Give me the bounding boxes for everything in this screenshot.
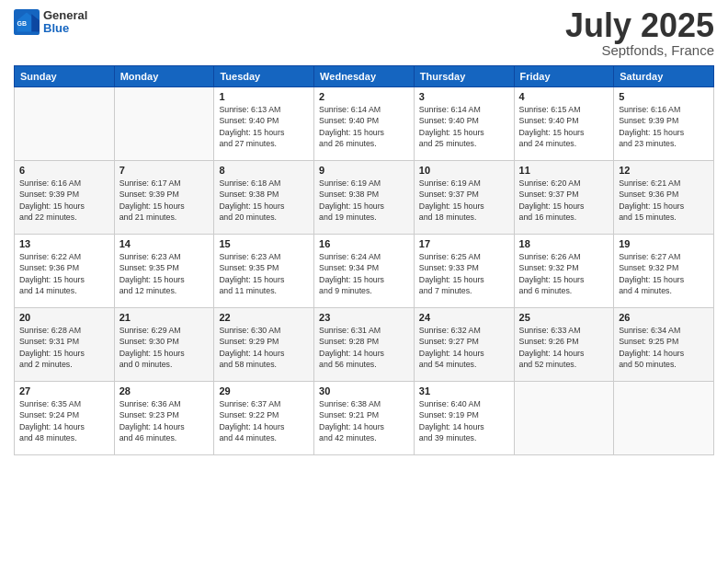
col-sunday: Sunday xyxy=(15,66,115,87)
title-block: July 2025 Septfonds, France xyxy=(565,9,714,58)
table-row: 23Sunrise: 6:31 AM Sunset: 9:28 PM Dayli… xyxy=(314,308,415,382)
day-number: 13 xyxy=(19,238,109,249)
day-info: Sunrise: 6:21 AM Sunset: 9:36 PM Dayligh… xyxy=(619,178,709,223)
table-row: 15Sunrise: 6:23 AM Sunset: 9:35 PM Dayli… xyxy=(214,235,314,308)
day-number: 10 xyxy=(419,165,509,176)
day-info: Sunrise: 6:28 AM Sunset: 9:31 PM Dayligh… xyxy=(19,325,109,370)
day-number: 29 xyxy=(219,385,309,396)
table-row: 7Sunrise: 6:17 AM Sunset: 9:39 PM Daylig… xyxy=(114,161,214,235)
calendar-week-row: 27Sunrise: 6:35 AM Sunset: 9:24 PM Dayli… xyxy=(15,382,714,455)
day-info: Sunrise: 6:34 AM Sunset: 9:25 PM Dayligh… xyxy=(619,325,709,370)
day-info: Sunrise: 6:14 AM Sunset: 9:40 PM Dayligh… xyxy=(419,104,509,149)
day-number: 24 xyxy=(419,312,509,323)
calendar-week-row: 20Sunrise: 6:28 AM Sunset: 9:31 PM Dayli… xyxy=(15,308,714,382)
table-row: 10Sunrise: 6:19 AM Sunset: 9:37 PM Dayli… xyxy=(414,161,514,235)
day-number: 26 xyxy=(619,312,709,323)
logo-blue: Blue xyxy=(43,22,87,35)
day-info: Sunrise: 6:14 AM Sunset: 9:40 PM Dayligh… xyxy=(319,104,409,149)
day-info: Sunrise: 6:19 AM Sunset: 9:38 PM Dayligh… xyxy=(319,178,409,223)
page-header: GB General Blue July 2025 Septfonds, Fra… xyxy=(14,9,714,58)
day-info: Sunrise: 6:25 AM Sunset: 9:33 PM Dayligh… xyxy=(419,251,509,296)
table-row: 20Sunrise: 6:28 AM Sunset: 9:31 PM Dayli… xyxy=(15,308,115,382)
day-info: Sunrise: 6:29 AM Sunset: 9:30 PM Dayligh… xyxy=(119,325,210,370)
day-number: 4 xyxy=(519,91,609,102)
day-number: 18 xyxy=(519,238,609,249)
day-number: 20 xyxy=(19,312,109,323)
col-friday: Friday xyxy=(514,66,614,87)
table-row: 13Sunrise: 6:22 AM Sunset: 9:36 PM Dayli… xyxy=(15,235,115,308)
logo-text: General Blue xyxy=(43,9,87,36)
day-info: Sunrise: 6:15 AM Sunset: 9:40 PM Dayligh… xyxy=(519,104,609,149)
table-row: 8Sunrise: 6:18 AM Sunset: 9:38 PM Daylig… xyxy=(214,161,314,235)
table-row: 2Sunrise: 6:14 AM Sunset: 9:40 PM Daylig… xyxy=(314,87,415,161)
logo: GB General Blue xyxy=(14,9,87,36)
table-row: 1Sunrise: 6:13 AM Sunset: 9:40 PM Daylig… xyxy=(214,87,314,161)
day-number: 27 xyxy=(19,385,109,396)
day-number: 5 xyxy=(619,91,709,102)
table-row: 9Sunrise: 6:19 AM Sunset: 9:38 PM Daylig… xyxy=(314,161,415,235)
col-saturday: Saturday xyxy=(614,66,714,87)
day-number: 19 xyxy=(619,238,709,249)
day-info: Sunrise: 6:30 AM Sunset: 9:29 PM Dayligh… xyxy=(219,325,309,370)
day-info: Sunrise: 6:35 AM Sunset: 9:24 PM Dayligh… xyxy=(19,398,109,443)
day-number: 31 xyxy=(419,385,509,396)
calendar-header-row: Sunday Monday Tuesday Wednesday Thursday… xyxy=(15,66,714,87)
calendar-location: Septfonds, France xyxy=(565,42,714,58)
table-row: 21Sunrise: 6:29 AM Sunset: 9:30 PM Dayli… xyxy=(114,308,214,382)
table-row: 25Sunrise: 6:33 AM Sunset: 9:26 PM Dayli… xyxy=(514,308,614,382)
table-row xyxy=(514,382,614,455)
day-info: Sunrise: 6:36 AM Sunset: 9:23 PM Dayligh… xyxy=(119,398,210,443)
day-info: Sunrise: 6:20 AM Sunset: 9:37 PM Dayligh… xyxy=(519,178,609,223)
table-row: 14Sunrise: 6:23 AM Sunset: 9:35 PM Dayli… xyxy=(114,235,214,308)
day-number: 22 xyxy=(219,312,309,323)
calendar-title: July 2025 xyxy=(565,9,714,42)
table-row: 30Sunrise: 6:38 AM Sunset: 9:21 PM Dayli… xyxy=(314,382,415,455)
table-row: 29Sunrise: 6:37 AM Sunset: 9:22 PM Dayli… xyxy=(214,382,314,455)
day-info: Sunrise: 6:37 AM Sunset: 9:22 PM Dayligh… xyxy=(219,398,309,443)
table-row: 4Sunrise: 6:15 AM Sunset: 9:40 PM Daylig… xyxy=(514,87,614,161)
day-number: 15 xyxy=(219,238,309,249)
table-row: 11Sunrise: 6:20 AM Sunset: 9:37 PM Dayli… xyxy=(514,161,614,235)
day-info: Sunrise: 6:19 AM Sunset: 9:37 PM Dayligh… xyxy=(419,178,509,223)
day-info: Sunrise: 6:40 AM Sunset: 9:19 PM Dayligh… xyxy=(419,398,509,443)
day-info: Sunrise: 6:38 AM Sunset: 9:21 PM Dayligh… xyxy=(319,398,409,443)
col-wednesday: Wednesday xyxy=(314,66,415,87)
table-row: 16Sunrise: 6:24 AM Sunset: 9:34 PM Dayli… xyxy=(314,235,415,308)
calendar-week-row: 1Sunrise: 6:13 AM Sunset: 9:40 PM Daylig… xyxy=(15,87,714,161)
day-number: 25 xyxy=(519,312,609,323)
calendar-page: GB General Blue July 2025 Septfonds, Fra… xyxy=(0,0,728,563)
table-row: 31Sunrise: 6:40 AM Sunset: 9:19 PM Dayli… xyxy=(414,382,514,455)
day-info: Sunrise: 6:22 AM Sunset: 9:36 PM Dayligh… xyxy=(19,251,109,296)
day-number: 1 xyxy=(219,91,309,102)
table-row: 24Sunrise: 6:32 AM Sunset: 9:27 PM Dayli… xyxy=(414,308,514,382)
table-row xyxy=(614,382,714,455)
day-info: Sunrise: 6:26 AM Sunset: 9:32 PM Dayligh… xyxy=(519,251,609,296)
day-number: 23 xyxy=(319,312,409,323)
logo-icon: GB xyxy=(14,9,40,35)
day-number: 8 xyxy=(219,165,309,176)
logo-general: General xyxy=(43,9,87,22)
day-number: 17 xyxy=(419,238,509,249)
day-info: Sunrise: 6:32 AM Sunset: 9:27 PM Dayligh… xyxy=(419,325,509,370)
day-info: Sunrise: 6:18 AM Sunset: 9:38 PM Dayligh… xyxy=(219,178,309,223)
day-number: 11 xyxy=(519,165,609,176)
day-number: 28 xyxy=(119,385,210,396)
calendar-table: Sunday Monday Tuesday Wednesday Thursday… xyxy=(14,65,714,455)
day-info: Sunrise: 6:33 AM Sunset: 9:26 PM Dayligh… xyxy=(519,325,609,370)
day-number: 21 xyxy=(119,312,210,323)
table-row: 28Sunrise: 6:36 AM Sunset: 9:23 PM Dayli… xyxy=(114,382,214,455)
col-thursday: Thursday xyxy=(414,66,514,87)
day-number: 14 xyxy=(119,238,210,249)
calendar-week-row: 13Sunrise: 6:22 AM Sunset: 9:36 PM Dayli… xyxy=(15,235,714,308)
table-row: 6Sunrise: 6:16 AM Sunset: 9:39 PM Daylig… xyxy=(15,161,115,235)
day-number: 12 xyxy=(619,165,709,176)
table-row: 18Sunrise: 6:26 AM Sunset: 9:32 PM Dayli… xyxy=(514,235,614,308)
day-info: Sunrise: 6:23 AM Sunset: 9:35 PM Dayligh… xyxy=(119,251,210,296)
svg-text:GB: GB xyxy=(17,20,28,27)
day-info: Sunrise: 6:31 AM Sunset: 9:28 PM Dayligh… xyxy=(319,325,409,370)
calendar-week-row: 6Sunrise: 6:16 AM Sunset: 9:39 PM Daylig… xyxy=(15,161,714,235)
day-number: 3 xyxy=(419,91,509,102)
day-info: Sunrise: 6:27 AM Sunset: 9:32 PM Dayligh… xyxy=(619,251,709,296)
day-number: 16 xyxy=(319,238,409,249)
table-row xyxy=(15,87,115,161)
